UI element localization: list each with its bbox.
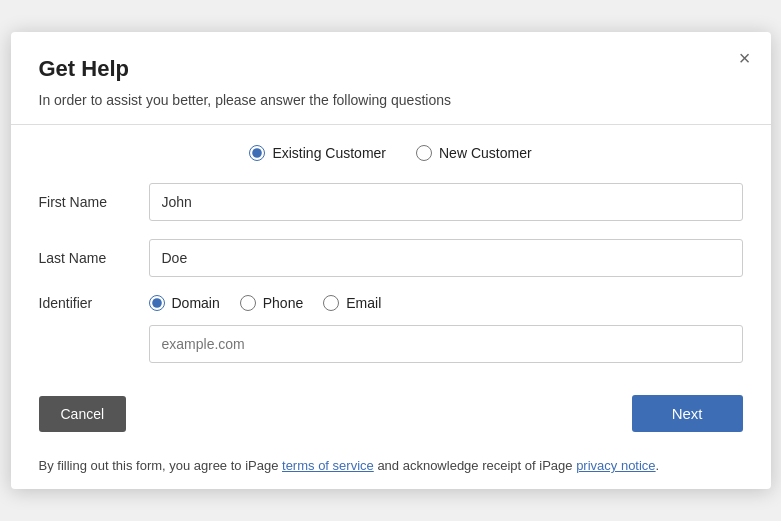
identifier-label: Identifier: [39, 295, 149, 311]
legal-text: By filling out this form, you agree to i…: [11, 448, 771, 489]
domain-radio[interactable]: [149, 295, 165, 311]
first-name-label: First Name: [39, 194, 149, 210]
existing-customer-option[interactable]: Existing Customer: [249, 145, 386, 161]
email-radio[interactable]: [323, 295, 339, 311]
first-name-input[interactable]: [149, 183, 743, 221]
legal-prefix: By filling out this form, you agree to i…: [39, 458, 283, 473]
dialog-header: Get Help In order to assist you better, …: [11, 32, 771, 124]
privacy-link[interactable]: privacy notice: [576, 458, 655, 473]
domain-option[interactable]: Domain: [149, 295, 220, 311]
header-divider: [11, 124, 771, 125]
phone-radio[interactable]: [240, 295, 256, 311]
legal-middle: and acknowledge receipt of iPage: [374, 458, 576, 473]
identifier-row: Identifier Domain Phone Email: [39, 295, 743, 311]
close-button[interactable]: ×: [739, 48, 751, 68]
tos-link[interactable]: terms of service: [282, 458, 374, 473]
email-option[interactable]: Email: [323, 295, 381, 311]
identifier-options: Domain Phone Email: [149, 295, 382, 311]
new-customer-option[interactable]: New Customer: [416, 145, 532, 161]
cancel-button[interactable]: Cancel: [39, 396, 127, 432]
last-name-label: Last Name: [39, 250, 149, 266]
email-label: Email: [346, 295, 381, 311]
dialog-footer: Cancel Next: [11, 383, 771, 448]
last-name-input[interactable]: [149, 239, 743, 277]
phone-label: Phone: [263, 295, 303, 311]
help-dialog: Get Help In order to assist you better, …: [11, 32, 771, 489]
dialog-body: Existing Customer New Customer First Nam…: [11, 145, 771, 363]
new-customer-label: New Customer: [439, 145, 532, 161]
phone-option[interactable]: Phone: [240, 295, 303, 311]
next-button[interactable]: Next: [632, 395, 743, 432]
legal-suffix: .: [656, 458, 660, 473]
customer-type-group: Existing Customer New Customer: [39, 145, 743, 161]
last-name-row: Last Name: [39, 239, 743, 277]
existing-customer-radio[interactable]: [249, 145, 265, 161]
dialog-subtitle: In order to assist you better, please an…: [39, 92, 743, 108]
domain-label: Domain: [172, 295, 220, 311]
first-name-row: First Name: [39, 183, 743, 221]
new-customer-radio[interactable]: [416, 145, 432, 161]
domain-input[interactable]: [149, 325, 743, 363]
existing-customer-label: Existing Customer: [272, 145, 386, 161]
dialog-title: Get Help: [39, 56, 743, 82]
domain-input-row: [39, 325, 743, 363]
